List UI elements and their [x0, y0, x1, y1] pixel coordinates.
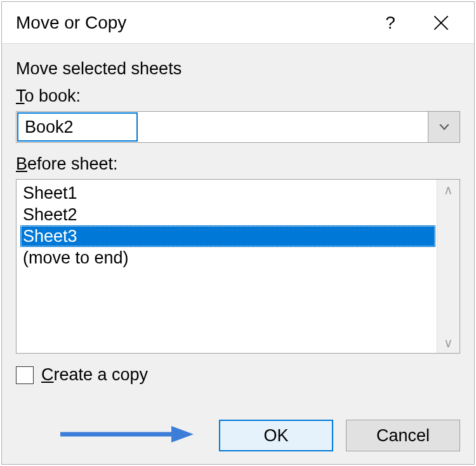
close-icon — [433, 15, 449, 30]
annotation-arrow-icon — [60, 425, 194, 444]
before-sheet-listbox[interactable]: Sheet1Sheet2Sheet3(move to end) ∧ ∨ — [16, 179, 460, 354]
checkbox-box-icon — [16, 366, 34, 384]
list-item[interactable]: Sheet3 — [20, 225, 435, 247]
list-item[interactable]: (move to end) — [20, 247, 437, 269]
list-item[interactable]: Sheet2 — [20, 204, 437, 225]
chevron-down-icon — [439, 124, 449, 130]
scroll-down-icon: ∨ — [444, 336, 453, 349]
to-book-input-wrap[interactable]: Book2 — [16, 111, 428, 143]
close-button[interactable] — [422, 2, 460, 44]
titlebar: Move or Copy ? — [2, 2, 474, 44]
to-book-dropdown-button[interactable] — [428, 111, 460, 143]
create-copy-checkbox[interactable]: Create a copy — [16, 365, 460, 385]
dialog-button-row: OK Cancel — [219, 420, 460, 451]
scroll-up-icon: ∧ — [444, 183, 453, 196]
to-book-value: Book2 — [17, 112, 138, 142]
dialog-body: Move selected sheets To book: Book2 Befo… — [2, 44, 474, 385]
to-book-combo[interactable]: Book2 — [16, 111, 460, 143]
ok-button[interactable]: OK — [219, 420, 333, 451]
svg-marker-1 — [171, 426, 194, 443]
move-or-copy-dialog: Move or Copy ? Move selected sheets To b… — [1, 1, 475, 465]
to-book-label: To book: — [16, 86, 460, 106]
create-copy-label: Create a copy — [41, 365, 148, 385]
help-icon: ? — [385, 13, 395, 33]
listbox-scrollbar[interactable]: ∧ ∨ — [437, 180, 459, 353]
help-button[interactable]: ? — [371, 2, 409, 44]
move-selected-label: Move selected sheets — [16, 59, 460, 79]
list-item[interactable]: Sheet1 — [20, 182, 437, 204]
cancel-button[interactable]: Cancel — [346, 420, 460, 451]
listbox-items: Sheet1Sheet2Sheet3(move to end) — [17, 180, 437, 353]
dialog-title: Move or Copy — [16, 13, 371, 33]
before-sheet-label: Before sheet: — [16, 154, 460, 174]
